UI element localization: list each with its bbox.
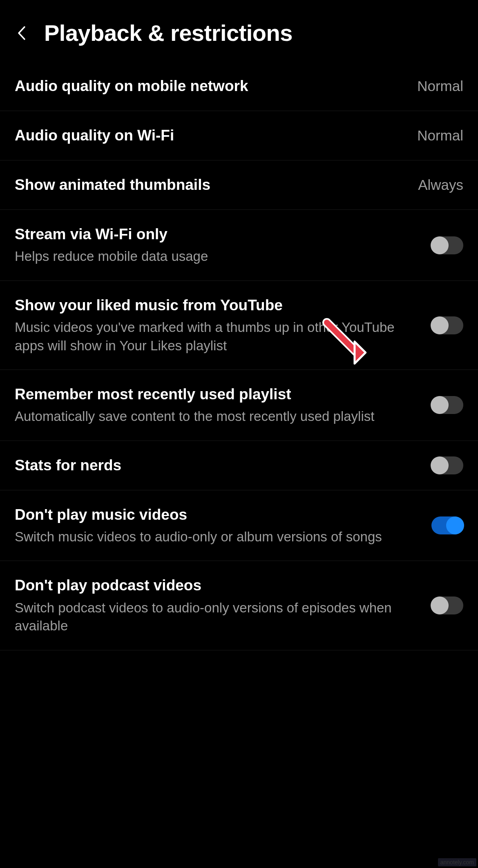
setting-thumbnails[interactable]: Show animated thumbnails Always (0, 160, 478, 210)
toggle-stats-nerds[interactable] (431, 456, 463, 474)
setting-subtitle: Switch podcast videos to audio-only vers… (15, 599, 423, 635)
setting-title: Don't play music videos (15, 505, 423, 525)
setting-title: Stats for nerds (15, 456, 423, 475)
setting-title: Stream via Wi-Fi only (15, 225, 423, 244)
chevron-left-icon (16, 25, 26, 41)
setting-text: Stats for nerds (15, 456, 431, 475)
setting-text: Show your liked music from YouTube Music… (15, 296, 431, 355)
setting-title: Audio quality on Wi-Fi (15, 126, 409, 145)
setting-no-music-videos[interactable]: Don't play music videos Switch music vid… (0, 490, 478, 561)
setting-subtitle: Switch music videos to audio-only or alb… (15, 528, 423, 546)
setting-text: Stream via Wi-Fi only Helps reduce mobil… (15, 225, 431, 266)
toggle-liked-music[interactable] (431, 316, 463, 334)
setting-title: Remember most recently used playlist (15, 385, 423, 404)
settings-list: Audio quality on mobile network Normal A… (0, 62, 478, 650)
setting-value: Normal (417, 127, 463, 144)
setting-no-podcast-videos[interactable]: Don't play podcast videos Switch podcast… (0, 561, 478, 650)
setting-title: Show animated thumbnails (15, 175, 410, 195)
setting-value: Always (418, 177, 463, 193)
setting-subtitle: Music videos you've marked with a thumbs… (15, 318, 423, 355)
setting-text: Audio quality on mobile network (15, 76, 417, 96)
setting-text: Show animated thumbnails (15, 175, 418, 195)
setting-value: Normal (417, 78, 463, 94)
toggle-remember-playlist[interactable] (431, 396, 463, 414)
setting-title: Show your liked music from YouTube (15, 296, 423, 315)
setting-remember-playlist[interactable]: Remember most recently used playlist Aut… (0, 370, 478, 441)
toggle-knob (431, 456, 449, 474)
back-button[interactable] (15, 27, 28, 40)
toggle-knob (431, 596, 449, 614)
setting-liked-music[interactable]: Show your liked music from YouTube Music… (0, 281, 478, 370)
setting-title: Audio quality on mobile network (15, 76, 409, 96)
setting-subtitle: Helps reduce mobile data usage (15, 247, 423, 266)
setting-stats-nerds[interactable]: Stats for nerds (0, 441, 478, 490)
toggle-no-podcast-videos[interactable] (431, 596, 463, 614)
watermark: annotely.com (438, 858, 476, 866)
header: Playback & restrictions (0, 0, 478, 62)
toggle-stream-wifi[interactable] (431, 236, 463, 254)
setting-stream-wifi[interactable]: Stream via Wi-Fi only Helps reduce mobil… (0, 210, 478, 281)
toggle-knob (446, 516, 464, 534)
setting-audio-wifi[interactable]: Audio quality on Wi-Fi Normal (0, 111, 478, 160)
setting-text: Remember most recently used playlist Aut… (15, 385, 431, 426)
setting-subtitle: Automatically save content to the most r… (15, 407, 423, 426)
setting-text: Don't play music videos Switch music vid… (15, 505, 431, 546)
setting-title: Don't play podcast videos (15, 576, 423, 595)
setting-text: Don't play podcast videos Switch podcast… (15, 576, 431, 635)
toggle-knob (431, 396, 449, 414)
page-title: Playback & restrictions (44, 20, 293, 46)
toggle-no-music-videos[interactable] (431, 516, 463, 534)
toggle-knob (431, 236, 449, 254)
setting-audio-mobile[interactable]: Audio quality on mobile network Normal (0, 62, 478, 111)
setting-text: Audio quality on Wi-Fi (15, 126, 417, 145)
toggle-knob (431, 316, 449, 334)
